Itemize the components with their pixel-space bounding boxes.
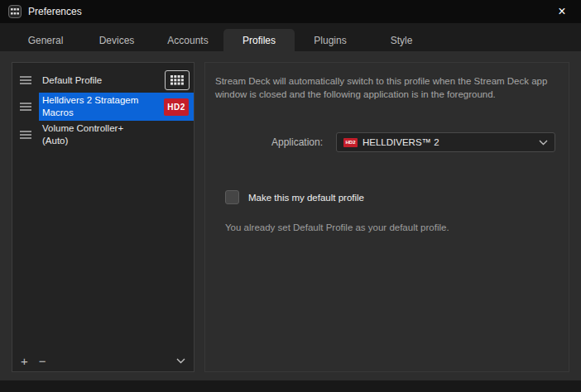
profile-name: Volume Controller+ (Auto) <box>42 122 191 147</box>
drag-handle-icon[interactable] <box>12 121 39 149</box>
profiles-panel-footer: + − <box>12 350 194 371</box>
hamburger-icon <box>20 103 31 111</box>
profile-row-volume[interactable]: Volume Controller+ (Auto) <box>12 121 194 149</box>
add-profile-button[interactable]: + <box>21 355 28 367</box>
hamburger-icon <box>20 76 31 84</box>
application-value: HELLDIVERS™ 2 <box>363 137 439 147</box>
tab-accounts[interactable]: Accounts <box>152 29 223 51</box>
hd2-badge-small: HD2 <box>343 138 358 147</box>
window-footer <box>0 380 581 392</box>
tab-general[interactable]: General <box>10 29 81 51</box>
drag-handle-icon[interactable] <box>12 93 39 121</box>
content-area: Default Profile <box>0 51 581 380</box>
profile-list: Default Profile <box>12 63 194 149</box>
close-button[interactable]: × <box>543 0 581 23</box>
application-dropdown[interactable]: HD2 HELLDIVERS™ 2 <box>336 132 555 152</box>
profiles-panel: Default Profile <box>12 62 194 372</box>
tab-style[interactable]: Style <box>366 29 437 51</box>
hamburger-icon <box>20 131 31 139</box>
titlebar: Preferences × <box>0 0 581 23</box>
default-profile-note: You already set Default Profile as your … <box>225 222 555 232</box>
tab-plugins[interactable]: Plugins <box>295 29 366 51</box>
detail-panel: Stream Deck will automatically switch to… <box>204 62 569 372</box>
grid-view-button[interactable] <box>165 70 190 90</box>
default-profile-row: Make this my default profile <box>225 190 555 204</box>
expand-button[interactable] <box>176 358 185 364</box>
window-title: Preferences <box>28 6 82 17</box>
profile-row-helldivers[interactable]: Helldivers 2 Stratagem Macros HD2 <box>12 93 194 121</box>
profile-name: Helldivers 2 Stratagem Macros <box>42 94 164 119</box>
profile-description: Stream Deck will automatically switch to… <box>215 74 555 101</box>
profile-name: Default Profile <box>42 74 165 87</box>
tab-devices[interactable]: Devices <box>81 29 152 51</box>
application-row: Application: HD2 HELLDIVERS™ 2 <box>215 132 555 152</box>
default-profile-checkbox[interactable] <box>225 190 239 204</box>
close-icon: × <box>558 4 565 19</box>
selected-profile: Helldivers 2 Stratagem Macros HD2 <box>39 93 194 121</box>
profile-row-default[interactable]: Default Profile <box>12 68 194 93</box>
chevron-down-icon <box>539 140 548 146</box>
key-grid-icon <box>170 75 184 85</box>
remove-profile-button[interactable]: − <box>39 355 46 367</box>
application-label: Application: <box>215 136 323 148</box>
tab-bar: General Devices Accounts Profiles Plugin… <box>0 23 581 51</box>
preferences-window: Preferences × General Devices Accounts P… <box>0 0 581 392</box>
stream-deck-app-icon <box>8 5 22 18</box>
checkbox-label: Make this my default profile <box>248 193 364 203</box>
hd2-badge: HD2 <box>164 98 189 116</box>
drag-handle-icon[interactable] <box>12 68 39 93</box>
tab-profiles[interactable]: Profiles <box>223 29 295 51</box>
chevron-down-icon <box>176 358 185 364</box>
